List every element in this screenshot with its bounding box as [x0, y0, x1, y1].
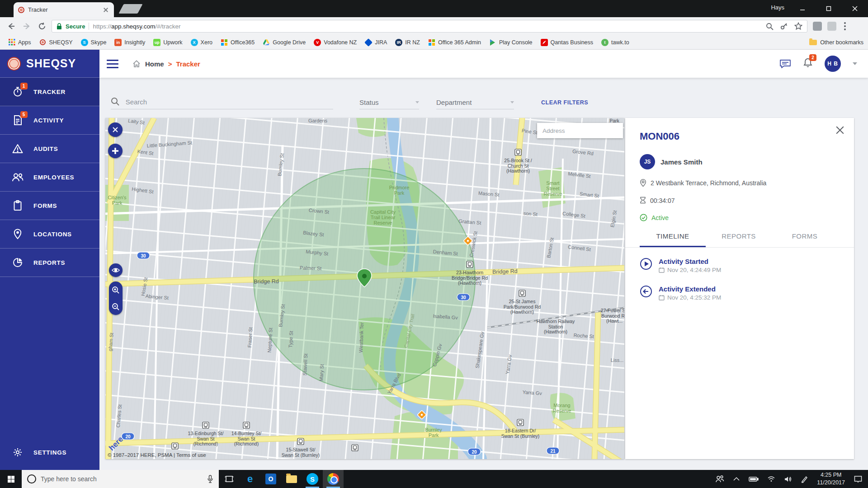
home-icon[interactable]: [132, 59, 141, 68]
bookmark-play-console[interactable]: Play Console: [485, 38, 537, 47]
bookmark-google-drive[interactable]: Google Drive: [259, 38, 310, 47]
zoom-in-icon[interactable]: [112, 286, 120, 294]
taskbar-app-chrome[interactable]: [323, 470, 344, 488]
start-button[interactable]: [0, 470, 22, 488]
bookmark-xero[interactable]: XXero: [187, 38, 217, 47]
bookmark-sheqsy[interactable]: SHEQSY: [35, 38, 77, 47]
status-select[interactable]: Status: [359, 99, 419, 109]
extension-icon[interactable]: [813, 22, 822, 31]
taskbar-search[interactable]: [22, 470, 219, 488]
bookmark-label: Upwork: [163, 39, 182, 46]
bookmark-upwork[interactable]: upUpwork: [149, 38, 186, 47]
bookmark-tawk-to[interactable]: ttawk.to: [597, 38, 633, 47]
hamburger-menu-icon[interactable]: [107, 60, 118, 68]
taskbar-search-input[interactable]: [41, 475, 203, 483]
sheqsy-favicon-icon: [39, 39, 47, 46]
bookmark-label: IR NZ: [405, 39, 420, 46]
speaker-icon[interactable]: [784, 476, 792, 483]
breadcrumb-home[interactable]: Home: [145, 60, 164, 68]
bookmark-office-365-admin[interactable]: Office 365 Admin: [424, 38, 485, 47]
bookmark-star-icon[interactable]: [794, 22, 802, 30]
avatar[interactable]: H B: [825, 56, 841, 72]
people-icon: [12, 171, 24, 183]
microphone-icon[interactable]: [207, 475, 213, 483]
forward-icon[interactable]: [19, 19, 34, 34]
warning-triangle-icon: [12, 143, 24, 155]
tab-reports[interactable]: REPORTS: [706, 232, 772, 247]
tab-forms[interactable]: FORMS: [772, 232, 838, 247]
window-close-button[interactable]: [842, 0, 868, 17]
chat-icon[interactable]: [779, 58, 791, 69]
pen-icon[interactable]: [801, 475, 808, 483]
sidebar-item-employees[interactable]: EMPLOYEES: [0, 163, 99, 192]
sidebar-item-locations[interactable]: LOCATIONS: [0, 220, 99, 249]
svg-text:Palmer St: Palmer St: [300, 265, 322, 271]
bookmark-ir-nz[interactable]: IRIR NZ: [391, 38, 424, 47]
department-select[interactable]: Department: [436, 99, 514, 109]
sidebar-item-reports[interactable]: REPORTS: [0, 249, 99, 277]
svg-text:Bridge Rd: Bridge Rd: [492, 268, 518, 275]
sidebar-item-tracker[interactable]: 1TRACKER: [0, 78, 99, 106]
taskbar-app-skype[interactable]: S: [302, 470, 323, 488]
map-add-button[interactable]: [108, 144, 123, 158]
back-icon[interactable]: [4, 19, 19, 34]
bookmark-office365[interactable]: Office365: [217, 38, 259, 47]
new-tab-button[interactable]: [118, 4, 142, 14]
sidebar-item-label: FORMS: [33, 202, 57, 209]
panel-close-icon[interactable]: [835, 125, 845, 135]
clear-filters-button[interactable]: CLEAR FILTERS: [541, 99, 588, 109]
url-bar[interactable]: Secure https://app.sheqsy.com/#/tracker: [52, 20, 807, 33]
address-search-box[interactable]: [537, 123, 623, 138]
bookmark-apps[interactable]: Apps: [5, 38, 35, 47]
reload-icon[interactable]: [34, 19, 50, 34]
nav-badge: 1: [20, 83, 28, 89]
sidebar-item-settings[interactable]: SETTINGS: [0, 441, 99, 464]
svg-text:Westbank Ter: Westbank Ter: [358, 322, 364, 353]
transit-stop-icon: [203, 422, 209, 428]
tab-timeline[interactable]: TIMELINE: [640, 232, 706, 247]
action-center-icon[interactable]: [854, 475, 863, 483]
bookmark-skype[interactable]: SSkype: [77, 38, 111, 47]
chevron-down-icon[interactable]: [853, 62, 857, 65]
other-bookmarks[interactable]: Other bookmarks: [809, 39, 863, 46]
wifi-icon[interactable]: [767, 476, 775, 482]
bookmark-vodafone-nz[interactable]: VVodafone NZ: [310, 38, 361, 47]
bookmark-jira[interactable]: JIRA: [361, 38, 391, 47]
app-sidebar: SHEQSY 1TRACKER5ACTIVITYAUDITSEMPLOYEESF…: [0, 50, 99, 470]
browser-profile-label[interactable]: Hays: [771, 4, 784, 11]
battery-icon[interactable]: [749, 476, 759, 482]
svg-text:30: 30: [141, 253, 146, 258]
breadcrumb-current: Tracker: [176, 60, 200, 68]
notifications-bell[interactable]: 2: [803, 57, 813, 70]
taskbar-app-edge[interactable]: e: [240, 470, 260, 488]
people-icon[interactable]: [715, 475, 724, 483]
window-maximize-button[interactable]: [816, 0, 842, 17]
url-separator: [89, 23, 89, 30]
key-icon[interactable]: [780, 22, 788, 30]
extension-icon[interactable]: [827, 22, 836, 31]
zoom-icon[interactable]: [766, 23, 774, 30]
tab-close-icon[interactable]: [102, 6, 109, 14]
chrome-menu-icon[interactable]: [841, 21, 849, 32]
bookmark-qantas-business[interactable]: Qantas Business: [537, 38, 598, 47]
taskbar-app-file-explorer[interactable]: [281, 470, 302, 488]
browser-tab-tracker[interactable]: Tracker: [14, 2, 114, 17]
bookmark-insightly[interactable]: inInsightly: [110, 38, 149, 47]
taskbar-app-outlook[interactable]: O: [260, 470, 281, 488]
taskbar-clock[interactable]: 4:25 PM 11/20/2017: [817, 471, 845, 487]
map-visibility-button[interactable]: [109, 263, 123, 277]
search-field[interactable]: [111, 97, 333, 109]
window-minimize-button[interactable]: [789, 0, 816, 17]
sidebar-item-audits[interactable]: AUDITS: [0, 135, 99, 163]
search-input[interactable]: [126, 98, 333, 106]
taskbar-app-task-view[interactable]: [219, 470, 240, 488]
map[interactable]: 3030202021 Laity StGardensParkPine StLit…: [105, 118, 624, 459]
address-input[interactable]: [537, 127, 623, 134]
sidebar-item-activity[interactable]: 5ACTIVITY: [0, 106, 99, 135]
status-badge: Active: [651, 214, 669, 221]
zoom-out-icon[interactable]: [112, 303, 120, 311]
map-attribution[interactable]: © 1987–2017 HERE, PSMA | Terms of use: [108, 452, 206, 458]
map-close-button[interactable]: [108, 122, 123, 137]
chevron-up-icon[interactable]: [733, 477, 740, 481]
sidebar-item-forms[interactable]: FORMS: [0, 192, 99, 220]
